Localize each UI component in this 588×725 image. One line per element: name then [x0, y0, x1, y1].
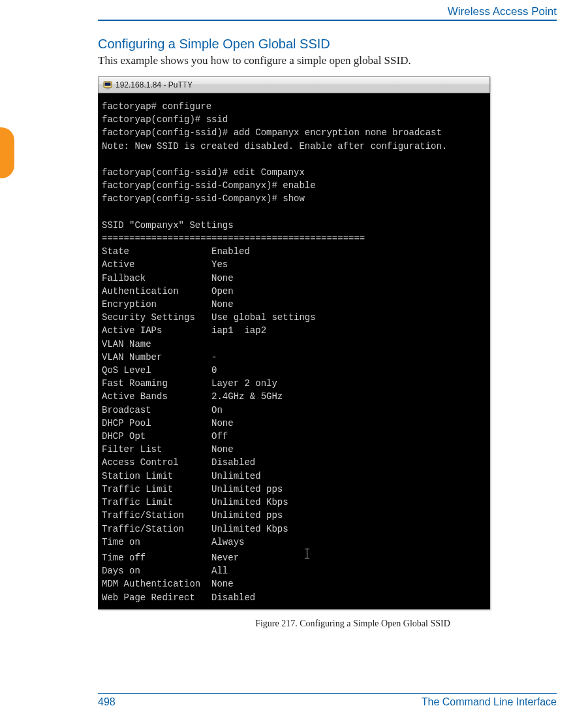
- window-title-text: 192.168.1.84 - PuTTY: [116, 80, 193, 89]
- svg-rect-2: [106, 88, 110, 89]
- footer-rule: [98, 693, 557, 694]
- page-number: 498: [98, 696, 116, 708]
- figure-caption: Figure 217. Configuring a Simple Open Gl…: [157, 619, 549, 629]
- header-title: Wireless Access Point: [98, 5, 557, 20]
- intro-text: This example shows you how to configure …: [98, 54, 557, 67]
- text-cursor-icon: [305, 549, 311, 560]
- page-footer: 498 The Command Line Interface: [98, 693, 557, 708]
- putty-window: 192.168.1.84 - PuTTY factoryap# configur…: [98, 76, 490, 609]
- section-heading: Configuring a Simple Open Global SSID: [98, 37, 557, 52]
- terminal-output[interactable]: factoryap# configure factoryap(config)# …: [98, 93, 490, 609]
- window-titlebar[interactable]: 192.168.1.84 - PuTTY: [98, 76, 490, 93]
- thumb-tab: [0, 127, 14, 178]
- footer-section: The Command Line Interface: [422, 696, 557, 708]
- page-header: Wireless Access Point: [98, 5, 557, 21]
- header-rule: [98, 20, 557, 21]
- putty-icon: [102, 80, 113, 90]
- svg-rect-1: [105, 83, 111, 86]
